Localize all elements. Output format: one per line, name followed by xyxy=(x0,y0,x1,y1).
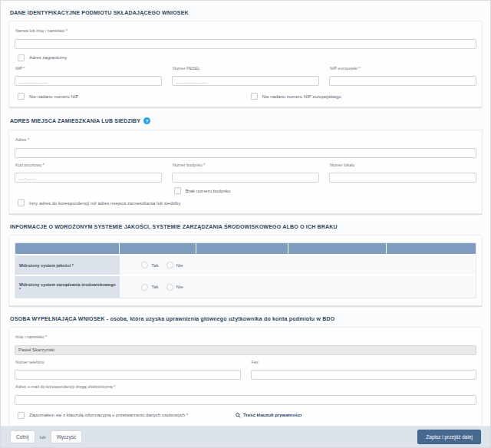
checkbox-icon[interactable] xyxy=(18,199,25,206)
radio-label: Tak xyxy=(151,263,158,268)
save-and-continue-button[interactable]: Zapisz i przejdź dalej xyxy=(417,430,481,444)
privacy-checkbox[interactable]: Zapoznałem się z klauzulą informacyjną o… xyxy=(18,412,188,419)
nip-input[interactable] xyxy=(15,76,162,86)
field-nip-eu: NIP europejski * xyxy=(329,66,476,87)
radio-label: Nie xyxy=(176,285,183,289)
field-adres: Adres * xyxy=(15,137,476,158)
no-building-label: Brak numeru budynku xyxy=(186,189,231,193)
person-name-input xyxy=(15,345,476,355)
field-nip: NIP * xyxy=(15,66,162,87)
table-row-quality-system: Wdrożony system jakości * Tak Nie xyxy=(15,254,476,275)
table-header-row xyxy=(15,243,476,254)
field-person-name: Imię i nazwisko * xyxy=(15,334,476,355)
privacy-checkbox-label: Zapoznałem się z klauzulą informacyjną o… xyxy=(29,413,188,417)
field-name: Nazwa lub imię i nazwisko * xyxy=(15,28,476,49)
footer-action-bar: Cofnij lub Wyczyść Zapisz i przejdź dale… xyxy=(1,426,490,447)
building-input[interactable] xyxy=(172,173,319,183)
back-button[interactable]: Cofnij xyxy=(10,430,35,443)
field-fax: Fax xyxy=(251,360,477,380)
field-email: Adres e-mail do korespondencji drogą ele… xyxy=(15,384,476,405)
nip-eu-label: NIP europejski * xyxy=(330,66,476,71)
email-label: Adres e-mail do korespondencji drogą ele… xyxy=(15,384,476,389)
field-pesel: Numer PESEL xyxy=(172,66,319,87)
radio-icon[interactable] xyxy=(166,262,173,268)
no-nip-label: Nie nadano numeru NIP xyxy=(29,94,78,99)
email-input[interactable] xyxy=(15,395,476,405)
quality-card: Wdrożony system jakości * Tak Nie Wdrożo… xyxy=(8,235,483,307)
checkbox-icon[interactable] xyxy=(251,93,258,100)
env-system-no-radio[interactable]: Nie xyxy=(166,284,183,291)
no-nip-eu-checkbox[interactable]: Nie nadano numeru NIP europejskiego xyxy=(251,93,477,100)
privacy-clause-link[interactable]: Treść klauzuli prywatności xyxy=(236,413,302,418)
no-nip-eu-label: Nie nadano numeru NIP europejskiego xyxy=(262,94,341,99)
other-address-label: Inny adres do korespondencji niż adres m… xyxy=(29,201,180,206)
env-system-yes-radio[interactable]: Tak xyxy=(141,284,158,291)
quality-table: Wdrożony system jakości * Tak Nie Wdrożo… xyxy=(15,242,476,298)
nip-label: NIP * xyxy=(15,66,162,71)
postal-label: Kod pocztowy * xyxy=(15,163,162,167)
local-input[interactable] xyxy=(329,173,476,183)
no-building-checkbox[interactable]: Brak numeru budynku xyxy=(174,187,476,194)
radio-icon[interactable] xyxy=(141,284,148,291)
field-building: Numer budynku * xyxy=(172,163,319,183)
row-label: Wdrożony system jakości * xyxy=(15,255,120,275)
radio-icon[interactable] xyxy=(166,284,173,291)
other-address-checkbox[interactable]: Inny adres do korespondencji niż adres m… xyxy=(18,199,476,206)
or-text: lub xyxy=(40,435,46,440)
clear-button[interactable]: Wyczyść xyxy=(51,430,83,443)
section-title-text: ADRES MIEJSCA ZAMIESZKANIA LUB SIEDZIBY xyxy=(10,118,140,124)
fax-input[interactable] xyxy=(251,370,477,380)
no-nip-checkbox[interactable]: Nie nadano numeru NIP xyxy=(18,93,241,100)
table-header-cell xyxy=(196,243,288,254)
pesel-input[interactable] xyxy=(172,76,319,86)
section-title-text: INFORMACJE O WDROŻONYM SYSTEMIE JAKOŚCI,… xyxy=(10,224,338,229)
field-postal: Kod pocztowy * xyxy=(15,163,162,183)
quality-system-yes-radio[interactable]: Tak xyxy=(141,262,158,268)
help-icon[interactable]: ? xyxy=(143,117,150,124)
address-card: Adres * Kod pocztowy * Numer budynku * N… xyxy=(8,130,483,215)
radio-label: Nie xyxy=(176,263,183,268)
adres-input[interactable] xyxy=(15,148,476,158)
checkbox-icon[interactable] xyxy=(18,93,25,100)
section-title-address: ADRES MIEJSCA ZAMIESZKANIA LUB SIEDZIBY … xyxy=(10,117,481,124)
checkbox-icon[interactable] xyxy=(174,187,181,194)
table-row-env-system: Wdrożony system zarządzania środowiskowe… xyxy=(15,275,476,298)
radio-icon[interactable] xyxy=(141,262,148,268)
name-input[interactable] xyxy=(15,39,476,49)
section-title-quality: INFORMACJE O WDROŻONYM SYSTEMIE JAKOŚCI,… xyxy=(10,224,481,229)
adres-label: Adres * xyxy=(15,137,476,142)
phone-input[interactable] xyxy=(15,370,241,380)
local-label: Numer lokalu xyxy=(330,163,476,167)
pesel-label: Numer PESEL xyxy=(173,66,319,71)
magnifier-icon xyxy=(236,413,241,418)
checkbox-icon[interactable] xyxy=(18,412,25,419)
privacy-link-label: Treść klauzuli prywatności xyxy=(243,413,302,417)
identification-card: Nazwa lub imię i nazwisko * Adres zagran… xyxy=(8,21,483,108)
table-header-cell xyxy=(288,243,386,254)
checkbox-icon[interactable] xyxy=(18,54,25,61)
person-name-label: Imię i nazwisko * xyxy=(15,334,476,339)
postal-input[interactable] xyxy=(15,173,162,183)
table-header-cell xyxy=(120,243,196,254)
person-card: Imię i nazwisko * Numer telefonu Fax Adr… xyxy=(8,327,483,426)
section-title-text: DANE IDENTYFIKACYJNE PODMIOTU SKŁADAJĄCE… xyxy=(10,10,189,15)
phone-label: Numer telefonu xyxy=(15,360,241,364)
section-title-person: OSOBA WYPEŁNIAJĄCA WNIOSEK - osoba, któr… xyxy=(10,316,481,321)
foreign-address-checkbox[interactable]: Adres zagraniczny xyxy=(18,54,476,61)
field-local: Numer lokalu xyxy=(329,163,476,183)
bdo-registration-form: { "identification": { "title": "DANE IDE… xyxy=(0,0,491,448)
field-phone: Numer telefonu xyxy=(15,360,241,380)
quality-system-no-radio[interactable]: Nie xyxy=(166,262,183,268)
form-page: DANE IDENTYFIKACYJNE PODMIOTU SKŁADAJĄCE… xyxy=(1,1,490,426)
foreign-address-label: Adres zagraniczny xyxy=(29,55,67,60)
building-label: Numer budynku * xyxy=(173,163,319,167)
nip-eu-input[interactable] xyxy=(329,76,476,86)
section-title-text: OSOBA WYPEŁNIAJĄCA WNIOSEK - osoba, któr… xyxy=(10,316,334,321)
table-header-cell xyxy=(15,243,120,254)
row-label: Wdrożony system zarządzania środowiskowe… xyxy=(15,276,120,298)
radio-label: Tak xyxy=(151,285,158,289)
fax-label: Fax xyxy=(252,360,477,364)
table-header-cell xyxy=(387,243,476,254)
name-label: Nazwa lub imię i nazwisko * xyxy=(15,28,476,33)
section-title-identification: DANE IDENTYFIKACYJNE PODMIOTU SKŁADAJĄCE… xyxy=(10,10,481,15)
